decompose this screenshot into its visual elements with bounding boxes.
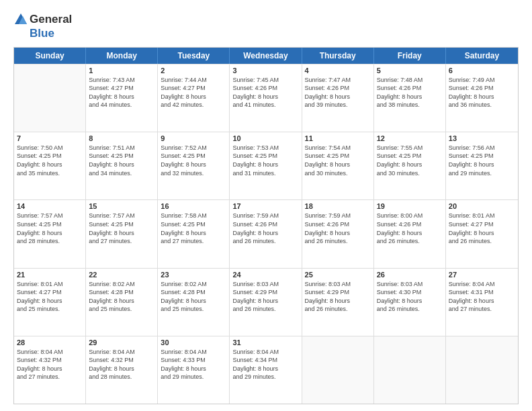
- daylight-text: Daylight: 8 hours: [305, 297, 371, 305]
- sunrise-text: Sunrise: 8:00 AM: [377, 212, 443, 220]
- header: General Blue: [13, 12, 519, 40]
- sunrise-text: Sunrise: 8:01 AM: [449, 212, 515, 220]
- daylight-text: Daylight: 8 hours: [161, 161, 226, 169]
- sunset-text: Sunset: 4:34 PM: [232, 356, 298, 364]
- daylight-text-2: and 34 minutes.: [89, 169, 154, 177]
- day-number: 23: [161, 271, 226, 279]
- weekday-header-saturday: Saturday: [446, 48, 518, 64]
- sunrise-text: Sunrise: 7:52 AM: [161, 144, 226, 152]
- daylight-text-2: and 30 minutes.: [305, 169, 371, 177]
- daylight-text: Daylight: 8 hours: [89, 229, 154, 237]
- day-number: 20: [449, 202, 515, 210]
- calendar-cell: 6Sunrise: 7:49 AMSunset: 4:26 PMDaylight…: [446, 64, 518, 132]
- daylight-text-2: and 38 minutes.: [377, 101, 443, 109]
- sunset-text: Sunset: 4:27 PM: [449, 220, 515, 228]
- calendar-cell: 29Sunrise: 8:04 AMSunset: 4:32 PMDayligh…: [86, 336, 158, 404]
- sunset-text: Sunset: 4:25 PM: [17, 152, 83, 160]
- weekday-header-wednesday: Wednesday: [230, 48, 302, 64]
- calendar-cell: 8Sunrise: 7:51 AMSunset: 4:25 PMDaylight…: [86, 132, 158, 199]
- sunrise-text: Sunrise: 7:57 AM: [17, 212, 83, 220]
- day-number: 14: [17, 202, 83, 210]
- sunset-text: Sunset: 4:31 PM: [449, 288, 515, 296]
- calendar-cell: [446, 336, 518, 404]
- weekday-header-thursday: Thursday: [302, 48, 374, 64]
- daylight-text-2: and 25 minutes.: [161, 305, 226, 313]
- calendar-cell: 2Sunrise: 7:44 AMSunset: 4:27 PMDaylight…: [158, 64, 230, 132]
- day-number: 3: [232, 66, 298, 75]
- sunrise-text: Sunrise: 8:02 AM: [161, 280, 226, 288]
- daylight-text-2: and 42 minutes.: [161, 101, 226, 109]
- daylight-text: Daylight: 8 hours: [89, 93, 154, 101]
- sunrise-text: Sunrise: 8:04 AM: [161, 348, 226, 356]
- sunrise-text: Sunrise: 8:03 AM: [305, 280, 371, 288]
- day-number: 7: [17, 134, 83, 142]
- calendar-cell: [302, 336, 374, 404]
- daylight-text-2: and 26 minutes.: [377, 237, 443, 245]
- day-number: 6: [449, 66, 515, 75]
- sunset-text: Sunset: 4:29 PM: [232, 288, 298, 296]
- sunrise-text: Sunrise: 7:59 AM: [232, 212, 298, 220]
- sunset-text: Sunset: 4:25 PM: [449, 152, 515, 160]
- sunrise-text: Sunrise: 7:57 AM: [89, 212, 154, 220]
- logo-text-blue: Blue: [30, 27, 54, 40]
- daylight-text-2: and 26 minutes.: [449, 237, 515, 245]
- calendar-cell: 9Sunrise: 7:52 AMSunset: 4:25 PMDaylight…: [158, 132, 230, 199]
- daylight-text-2: and 26 minutes.: [232, 237, 298, 245]
- calendar-row-0: 1Sunrise: 7:43 AMSunset: 4:27 PMDaylight…: [14, 64, 518, 132]
- daylight-text-2: and 27 minutes.: [449, 305, 515, 313]
- sunset-text: Sunset: 4:26 PM: [449, 84, 515, 92]
- calendar-row-2: 14Sunrise: 7:57 AMSunset: 4:25 PMDayligh…: [14, 199, 518, 267]
- weekday-header-friday: Friday: [374, 48, 446, 64]
- sunset-text: Sunset: 4:26 PM: [305, 220, 371, 228]
- calendar-cell: 19Sunrise: 8:00 AMSunset: 4:26 PMDayligh…: [374, 200, 446, 267]
- sunset-text: Sunset: 4:32 PM: [89, 356, 154, 364]
- calendar-cell: 20Sunrise: 8:01 AMSunset: 4:27 PMDayligh…: [446, 200, 518, 267]
- calendar-cell: 31Sunrise: 8:04 AMSunset: 4:34 PMDayligh…: [230, 336, 302, 404]
- day-number: 11: [305, 134, 371, 142]
- weekday-header-sunday: Sunday: [14, 48, 86, 64]
- sunrise-text: Sunrise: 8:04 AM: [17, 348, 83, 356]
- day-number: 18: [305, 202, 371, 210]
- calendar-cell: 11Sunrise: 7:54 AMSunset: 4:25 PMDayligh…: [302, 132, 374, 199]
- daylight-text: Daylight: 8 hours: [305, 161, 371, 169]
- sunset-text: Sunset: 4:28 PM: [161, 288, 226, 296]
- calendar-cell: 4Sunrise: 7:47 AMSunset: 4:26 PMDaylight…: [302, 64, 374, 132]
- sunrise-text: Sunrise: 8:04 AM: [89, 348, 154, 356]
- sunrise-text: Sunrise: 8:02 AM: [89, 280, 154, 288]
- logo-icon: [13, 12, 28, 27]
- day-number: 24: [232, 271, 298, 279]
- weekday-header-monday: Monday: [86, 48, 158, 64]
- calendar-cell: 13Sunrise: 7:56 AMSunset: 4:25 PMDayligh…: [446, 132, 518, 199]
- day-number: 21: [17, 271, 83, 279]
- sunset-text: Sunset: 4:27 PM: [161, 84, 226, 92]
- sunset-text: Sunset: 4:29 PM: [305, 288, 371, 296]
- calendar-cell: 12Sunrise: 7:55 AMSunset: 4:25 PMDayligh…: [374, 132, 446, 199]
- daylight-text-2: and 26 minutes.: [305, 305, 371, 313]
- day-number: 17: [232, 202, 298, 210]
- calendar-cell: 7Sunrise: 7:50 AMSunset: 4:25 PMDaylight…: [14, 132, 86, 199]
- daylight-text: Daylight: 8 hours: [449, 161, 515, 169]
- calendar-body: 1Sunrise: 7:43 AMSunset: 4:27 PMDaylight…: [14, 64, 518, 404]
- daylight-text-2: and 29 minutes.: [161, 373, 226, 381]
- calendar-header: SundayMondayTuesdayWednesdayThursdayFrid…: [14, 48, 518, 64]
- daylight-text: Daylight: 8 hours: [305, 93, 371, 101]
- sunrise-text: Sunrise: 7:50 AM: [17, 144, 83, 152]
- day-number: 16: [161, 202, 226, 210]
- day-number: 26: [377, 271, 443, 279]
- calendar-cell: 1Sunrise: 7:43 AMSunset: 4:27 PMDaylight…: [86, 64, 158, 132]
- sunset-text: Sunset: 4:30 PM: [377, 288, 443, 296]
- sunset-text: Sunset: 4:25 PM: [377, 152, 443, 160]
- sunset-text: Sunset: 4:27 PM: [89, 84, 154, 92]
- day-number: 12: [377, 134, 443, 142]
- calendar-cell: 18Sunrise: 7:59 AMSunset: 4:26 PMDayligh…: [302, 200, 374, 267]
- sunrise-text: Sunrise: 7:47 AM: [305, 76, 371, 84]
- daylight-text-2: and 39 minutes.: [305, 101, 371, 109]
- calendar-cell: 26Sunrise: 8:03 AMSunset: 4:30 PMDayligh…: [374, 269, 446, 336]
- day-number: 25: [305, 271, 371, 279]
- daylight-text: Daylight: 8 hours: [232, 93, 298, 101]
- sunrise-text: Sunrise: 7:53 AM: [232, 144, 298, 152]
- daylight-text-2: and 27 minutes.: [17, 373, 83, 381]
- calendar-cell: 3Sunrise: 7:45 AMSunset: 4:26 PMDaylight…: [230, 64, 302, 132]
- day-number: 10: [232, 134, 298, 142]
- daylight-text: Daylight: 8 hours: [17, 229, 83, 237]
